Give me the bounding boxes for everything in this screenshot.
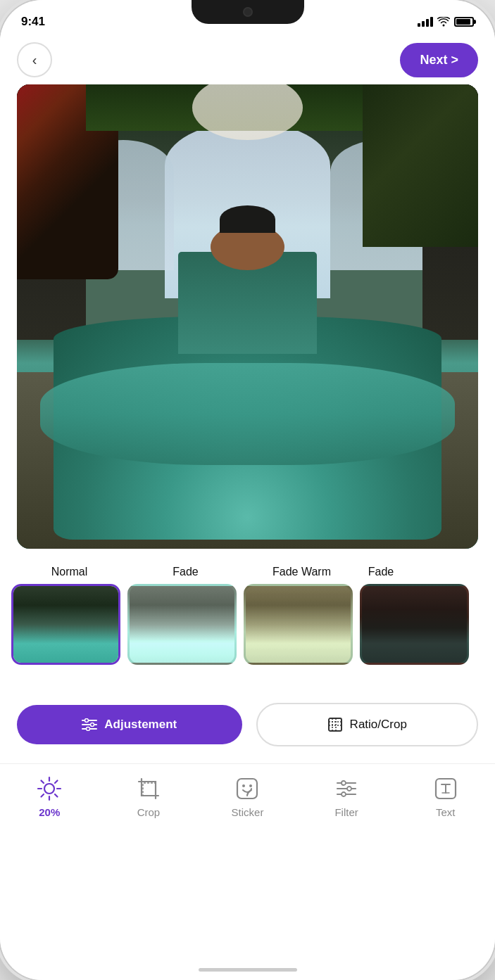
adjustement-icon (82, 718, 97, 731)
main-image-container (17, 84, 478, 549)
filter-icon (333, 775, 360, 802)
brightness-icon (36, 775, 63, 802)
filter-labels-row: Normal Fade Fade Warm Fade (0, 556, 495, 578)
text-icon (432, 775, 459, 802)
svg-point-22 (242, 784, 245, 787)
next-button[interactable]: Next > (400, 43, 478, 77)
photo-background (17, 84, 478, 549)
header: ‹ Next > (0, 35, 495, 84)
back-button[interactable]: ‹ (17, 42, 52, 77)
filter-thumb-fade-warm[interactable] (244, 584, 353, 665)
signal-bars-icon (418, 17, 433, 27)
tab-item-crop[interactable]: Crop (113, 775, 184, 818)
filter-thumbnails-row (0, 578, 495, 670)
back-chevron-icon: ‹ (32, 52, 37, 68)
filter-label-fade[interactable]: Fade (127, 566, 244, 578)
tab-label-sticker: Sticker (232, 806, 264, 818)
tab-item-text[interactable]: Text (411, 775, 481, 818)
phone-frame: 9:41 (0, 0, 495, 980)
sticker-icon (234, 775, 261, 802)
tab-item-sticker[interactable]: Sticker (212, 775, 282, 818)
status-icons (418, 17, 474, 27)
main-image (17, 84, 478, 549)
tab-item-filter[interactable]: Filter (311, 775, 382, 818)
svg-line-16 (42, 781, 44, 784)
crop-icon (135, 775, 162, 802)
filter-thumb-fade[interactable] (127, 584, 237, 665)
bottom-controls: Adjustement Ratio/Crop (0, 693, 495, 756)
svg-point-11 (44, 784, 54, 794)
home-indicator (199, 968, 297, 972)
filter-label-fade-dark[interactable]: Fade (360, 566, 402, 578)
status-time: 9:41 (21, 15, 45, 29)
svg-rect-20 (143, 783, 156, 796)
battery-icon (454, 17, 474, 27)
filter-label-normal[interactable]: Normal (11, 566, 127, 578)
wifi-icon (437, 17, 450, 27)
filter-thumb-normal[interactable] (11, 584, 120, 665)
phone-screen: 9:41 (0, 0, 495, 980)
svg-line-18 (55, 781, 58, 784)
camera-dot (243, 7, 253, 17)
svg-point-5 (87, 727, 90, 731)
svg-point-29 (342, 792, 346, 796)
tab-label-crop: Crop (137, 806, 161, 818)
tab-label-filter: Filter (334, 806, 358, 818)
notch (192, 0, 304, 24)
adjustement-button[interactable]: Adjustement (17, 705, 242, 744)
svg-point-28 (347, 787, 351, 791)
tab-label-text: Text (436, 806, 456, 818)
filter-thumb-fade-dark[interactable] (360, 584, 469, 665)
svg-rect-6 (329, 718, 342, 731)
ratio-crop-icon (327, 717, 343, 732)
svg-line-17 (55, 794, 58, 797)
svg-point-23 (249, 784, 252, 787)
tab-bar: 20% Crop (0, 763, 495, 848)
ratio-crop-label: Ratio/Crop (350, 718, 407, 732)
adjustement-label: Adjustement (104, 718, 177, 732)
ratio-crop-button[interactable]: Ratio/Crop (256, 703, 479, 746)
next-button-label: Next > (420, 53, 458, 68)
svg-point-4 (91, 723, 94, 727)
svg-point-3 (85, 719, 89, 723)
tab-label-brightness: 20% (39, 806, 60, 818)
svg-line-19 (42, 794, 44, 797)
filter-strip: Normal Fade Fade Warm Fade (0, 556, 495, 689)
filter-label-fade-warm[interactable]: Fade Warm (244, 566, 360, 578)
svg-point-27 (342, 781, 346, 785)
tab-item-brightness[interactable]: 20% (14, 775, 84, 818)
